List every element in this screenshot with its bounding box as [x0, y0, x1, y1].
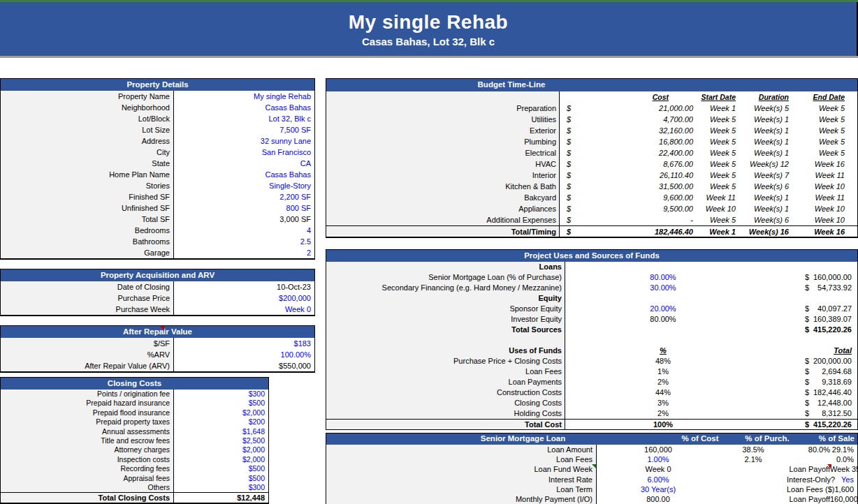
cell-value[interactable]: $2,500: [174, 436, 268, 445]
loan-value-cell[interactable]: 1.00%: [597, 454, 720, 464]
cell-value[interactable]: 100.00%: [174, 349, 314, 360]
pct-of-cost-cell[interactable]: 2.1%: [720, 454, 787, 464]
start-cell[interactable]: Week 5: [697, 136, 740, 147]
amount-cell[interactable]: $40,097.27: [761, 304, 857, 314]
duration-cell[interactable]: Week(s) 16: [740, 226, 794, 237]
duration-cell[interactable]: Week(s) 5: [740, 103, 794, 114]
cell-value[interactable]: $500: [174, 399, 268, 408]
percent-cell[interactable]: 80.00%: [565, 272, 761, 283]
amount-cell[interactable]: $415,220.26: [761, 325, 857, 335]
cell-value[interactable]: $300: [174, 390, 268, 399]
pct-of-purch-cell[interactable]: Loan Payoff: [787, 464, 830, 474]
cell-value[interactable]: San Francisco: [174, 147, 314, 158]
cell-value[interactable]: $300: [174, 483, 268, 492]
pct-of-purch-cell[interactable]: 80.0%: [787, 445, 830, 454]
duration-cell[interactable]: Week(s) 1: [740, 114, 794, 125]
start-cell[interactable]: Week 5: [697, 158, 740, 170]
cell-value[interactable]: 800 SF: [174, 202, 314, 214]
percent-cell[interactable]: 2%: [565, 377, 761, 387]
cell-value[interactable]: 10-Oct-23: [174, 281, 314, 292]
cell-value[interactable]: $200,000: [174, 292, 314, 304]
cost-cell[interactable]: $8,676.00: [560, 158, 697, 170]
pct-of-purch-cell[interactable]: [787, 454, 830, 464]
cost-cell[interactable]: $182,446.40: [560, 226, 697, 237]
amount-cell[interactable]: $160,389.07: [761, 314, 857, 325]
end-cell[interactable]: Week 11: [794, 170, 857, 181]
cell-value[interactable]: $183: [174, 338, 314, 349]
percent-cell[interactable]: 30.00%: [565, 283, 761, 293]
pct-of-cost-cell[interactable]: 38.5%: [720, 445, 787, 454]
start-cell[interactable]: Week 1: [697, 103, 740, 114]
percent-cell[interactable]: 44%: [565, 387, 761, 398]
cell-value[interactable]: CA: [174, 158, 314, 169]
end-cell[interactable]: Week 10: [794, 181, 857, 192]
start-cell[interactable]: Week 5: [697, 147, 740, 158]
pct-of-cost-cell[interactable]: [720, 475, 787, 484]
amount-cell[interactable]: $54,733.92: [761, 283, 857, 293]
percent-cell[interactable]: 2%: [565, 408, 761, 419]
cell-value[interactable]: $500: [174, 464, 268, 473]
start-cell[interactable]: Week 5: [697, 170, 740, 181]
amount-cell[interactable]: $415,220.26: [761, 420, 857, 429]
start-cell[interactable]: Week 5: [697, 114, 740, 125]
cell-value[interactable]: $200: [174, 417, 268, 427]
cost-cell[interactable]: $26,110.40: [560, 170, 697, 181]
cell-value[interactable]: $2,000: [174, 455, 268, 464]
cell-value[interactable]: Lot 32, Blk c: [174, 113, 314, 124]
duration-cell[interactable]: Week(s) 1: [740, 147, 794, 158]
percent-cell[interactable]: 100%: [565, 420, 761, 429]
cell-value[interactable]: $12,448: [174, 493, 268, 503]
pct-of-sale-cell[interactable]: 160,000: [830, 494, 858, 504]
cost-cell[interactable]: $4,700.00: [560, 114, 697, 125]
loan-value-cell[interactable]: Week 0: [597, 464, 720, 474]
cell-value[interactable]: Casas Bahas: [174, 102, 314, 113]
cell-value[interactable]: Week 0: [174, 304, 314, 315]
cell-value[interactable]: 7,500 SF: [174, 124, 314, 135]
loan-value-cell[interactable]: 800.00: [597, 494, 720, 504]
loan-value-cell[interactable]: 160,000: [597, 445, 720, 454]
start-cell[interactable]: Week 10: [697, 203, 740, 214]
amount-cell[interactable]: $9,318.69: [761, 377, 857, 387]
start-cell[interactable]: Week 5: [697, 181, 740, 192]
cost-cell[interactable]: $32,160.00: [560, 125, 697, 136]
cell-value[interactable]: Single-Story: [174, 180, 314, 191]
cell-value[interactable]: 3,000 SF: [174, 214, 314, 225]
pct-of-sale-cell[interactable]: 0.0%: [830, 454, 857, 464]
end-cell[interactable]: Week 10: [794, 203, 857, 214]
end-cell[interactable]: Week 5: [794, 147, 857, 158]
duration-cell[interactable]: Week(s) 1: [740, 136, 794, 147]
duration-cell[interactable]: Week(s) 12: [740, 158, 794, 170]
pct-of-cost-cell[interactable]: [720, 464, 787, 474]
cost-cell[interactable]: $9,500.00: [560, 203, 697, 214]
cell-value[interactable]: 2,200 SF: [174, 191, 314, 202]
duration-cell[interactable]: Week(s) 6: [740, 214, 794, 225]
cost-cell[interactable]: $21,000.00: [560, 103, 697, 114]
end-cell[interactable]: Week 16: [794, 226, 857, 237]
duration-cell[interactable]: Week(s) 7: [740, 170, 794, 181]
start-cell[interactable]: Week 1: [697, 226, 740, 237]
cell-value[interactable]: My single Rehab: [174, 91, 314, 102]
percent-cell[interactable]: 20.00%: [565, 304, 761, 314]
end-cell[interactable]: Week 5: [794, 125, 857, 136]
duration-cell[interactable]: Week(s) 1: [740, 203, 794, 214]
end-cell[interactable]: Week 5: [794, 103, 857, 114]
pct-of-purch-cell[interactable]: Interest-Only?: [787, 475, 830, 484]
amount-cell[interactable]: $200,000.00: [761, 356, 857, 366]
amount-cell[interactable]: $160,000.00: [761, 272, 857, 283]
cost-cell[interactable]: $-: [560, 214, 697, 225]
cost-cell[interactable]: $9,600.00: [560, 192, 697, 203]
percent-cell[interactable]: 3%: [565, 398, 761, 408]
cell-value[interactable]: 2.5: [174, 236, 314, 247]
duration-cell[interactable]: Week(s) 1: [740, 125, 794, 136]
amount-cell[interactable]: $8,312.50: [761, 408, 857, 419]
percent-cell[interactable]: 1%: [565, 366, 761, 377]
cell-value[interactable]: $1,648: [174, 427, 268, 436]
duration-cell[interactable]: Week(s) 6: [740, 181, 794, 192]
cell-value[interactable]: 2: [174, 247, 314, 258]
cell-value[interactable]: $550,000: [174, 360, 314, 371]
pct-of-sale-cell[interactable]: Week 35: [830, 464, 858, 474]
end-cell[interactable]: Week 5: [794, 114, 857, 125]
amount-cell[interactable]: $12,448.00: [761, 398, 857, 408]
cell-value[interactable]: $2,000: [174, 445, 268, 454]
end-cell[interactable]: Week 5: [794, 136, 857, 147]
